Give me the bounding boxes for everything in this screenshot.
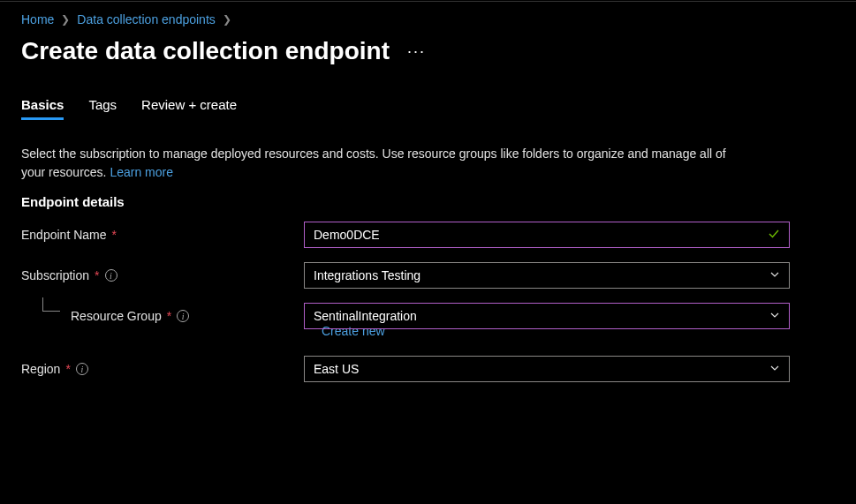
info-icon[interactable]: i — [177, 310, 189, 322]
page-title: Create data collection endpoint — [21, 37, 390, 65]
info-icon[interactable]: i — [105, 269, 117, 282]
tab-basics[interactable]: Basics — [21, 97, 64, 120]
required-indicator: * — [112, 228, 117, 242]
subscription-select[interactable]: Integrations Testing — [304, 262, 790, 289]
nesting-indicator — [42, 297, 60, 312]
region-label: Region — [21, 362, 60, 376]
info-icon[interactable]: i — [76, 363, 88, 375]
checkmark-icon — [768, 228, 780, 243]
breadcrumb-home[interactable]: Home — [21, 12, 54, 26]
tab-review-create[interactable]: Review + create — [141, 97, 237, 120]
required-indicator: * — [65, 362, 70, 376]
resource-group-label: Resource Group — [71, 309, 162, 323]
endpoint-name-label: Endpoint Name — [21, 228, 107, 242]
resource-group-select[interactable]: SentinalIntegration — [304, 303, 790, 329]
chevron-down-icon — [769, 309, 780, 323]
description-text: Select the subscription to manage deploy… — [21, 145, 746, 182]
required-indicator: * — [95, 268, 99, 282]
chevron-down-icon — [769, 268, 780, 282]
breadcrumb-dce[interactable]: Data collection endpoints — [77, 12, 215, 26]
chevron-down-icon — [769, 362, 780, 376]
chevron-right-icon: ❯ — [223, 13, 231, 26]
more-icon[interactable]: ··· — [407, 42, 426, 61]
required-indicator: * — [167, 309, 171, 323]
learn-more-link[interactable]: Learn more — [110, 165, 173, 179]
subscription-label: Subscription — [21, 268, 89, 282]
tab-tags[interactable]: Tags — [88, 97, 117, 120]
tabs: Basics Tags Review + create — [21, 97, 835, 120]
endpoint-name-input[interactable]: Demo0DCE — [304, 222, 790, 248]
region-select[interactable]: East US — [304, 356, 790, 382]
breadcrumb: Home ❯ Data collection endpoints ❯ — [21, 12, 835, 26]
section-header: Endpoint details — [21, 194, 835, 209]
chevron-right-icon: ❯ — [61, 13, 70, 26]
